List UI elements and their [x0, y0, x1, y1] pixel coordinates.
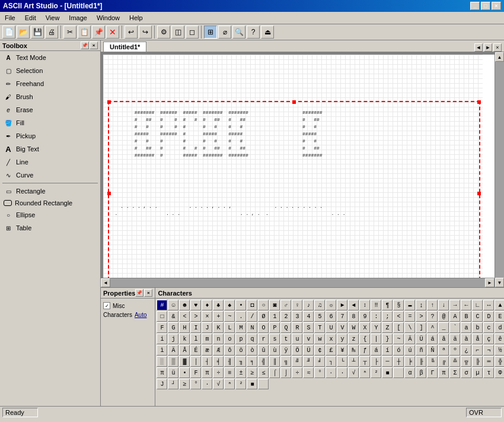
char-cell[interactable]: L: [224, 322, 235, 333]
char-cell[interactable]: ·: [202, 379, 212, 389]
tool1-button[interactable]: ◫: [171, 26, 184, 39]
char-cell[interactable]: @: [438, 311, 449, 322]
char-cell[interactable]: 8: [348, 311, 359, 322]
char-cell[interactable]: Γ: [427, 367, 438, 378]
char-cell[interactable]: £: [326, 345, 336, 356]
char-cell[interactable]: •: [235, 300, 246, 310]
char-cell[interactable]: ^: [427, 322, 438, 333]
delete-button[interactable]: ✕: [106, 26, 119, 39]
print-button[interactable]: 🖨: [45, 26, 58, 39]
char-cell[interactable]: ;: [382, 311, 393, 322]
char-cell[interactable]: ]: [416, 322, 426, 333]
char-cell[interactable]: ü: [168, 367, 178, 378]
char-cell[interactable]: ≤: [258, 367, 269, 378]
char-cell[interactable]: ê: [495, 334, 504, 344]
char-cell[interactable]: °: [314, 367, 325, 378]
toolbox-close-btn[interactable]: ×: [90, 42, 98, 49]
char-cell[interactable]: à: [461, 334, 471, 344]
char-cell[interactable]: P: [269, 322, 280, 333]
paste-button[interactable]: 📌: [92, 26, 105, 39]
char-cell[interactable]: ÷: [292, 367, 302, 378]
misc-checkbox[interactable]: ✓: [103, 302, 110, 309]
char-cell[interactable]: ▲: [495, 300, 504, 310]
char-cell[interactable]: <: [393, 311, 404, 322]
char-cell[interactable]: ├: [371, 356, 381, 367]
char-cell[interactable]: ä: [449, 334, 460, 344]
char-cell[interactable]: Ü: [416, 334, 426, 344]
char-cell[interactable]: ╜: [303, 356, 314, 367]
char-cell[interactable]: Φ: [495, 367, 504, 378]
auto-link[interactable]: Auto: [135, 312, 147, 318]
char-cell[interactable]: ╗: [280, 356, 291, 367]
char-cell[interactable]: q: [247, 334, 257, 344]
tool-freehand[interactable]: ✏ Freehand: [0, 77, 100, 90]
char-cell[interactable]: Ü: [303, 345, 314, 356]
char-cell[interactable]: ╔: [438, 356, 449, 367]
char-cell[interactable]: ┐: [326, 356, 336, 367]
char-cell[interactable]: ¶: [382, 300, 393, 310]
char-cell[interactable]: ö: [235, 345, 246, 356]
tab-nav-left[interactable]: ◄: [474, 43, 483, 52]
props-pin-btn[interactable]: 📌: [135, 289, 143, 297]
char-cell[interactable]: ²: [371, 367, 381, 378]
char-cell[interactable]: û: [258, 345, 269, 356]
char-cell[interactable]: :: [371, 311, 381, 322]
char-cell[interactable]: ╟: [416, 356, 426, 367]
char-cell[interactable]: 1: [269, 311, 280, 322]
char-cell[interactable]: √: [213, 379, 224, 389]
char-cell[interactable]: 6: [326, 311, 336, 322]
char-cell[interactable]: D: [483, 311, 494, 322]
char-cell[interactable]: ↕: [359, 300, 370, 310]
char-cell[interactable]: r: [258, 334, 269, 344]
tool-pickup[interactable]: ✒ Pickup: [0, 129, 100, 142]
char-cell[interactable]: n: [213, 334, 224, 344]
char-cell[interactable]: <: [179, 311, 190, 322]
char-cell[interactable]: #: [157, 300, 167, 310]
char-cell[interactable]: H: [179, 322, 190, 333]
char-cell[interactable]: Y: [371, 322, 381, 333]
char-cell[interactable]: ←: [461, 300, 471, 310]
char-cell[interactable]: +: [213, 311, 224, 322]
char-cell[interactable]: ÿ: [280, 345, 291, 356]
char-cell[interactable]: M: [235, 322, 246, 333]
char-cell[interactable]: ┤: [202, 356, 212, 367]
char-cell[interactable]: ■: [247, 379, 257, 389]
char-cell[interactable]: °: [190, 379, 201, 389]
char-cell[interactable]: ≥: [247, 367, 257, 378]
char-cell[interactable]: ×: [202, 311, 212, 322]
tool-selection[interactable]: ▢ Selection: [0, 64, 100, 77]
char-cell[interactable]: ╬: [495, 356, 504, 367]
props-close-btn[interactable]: ×: [144, 289, 152, 297]
char-cell[interactable]: [258, 379, 269, 389]
save-button[interactable]: 💾: [31, 26, 44, 39]
char-cell[interactable]: ª: [438, 345, 449, 356]
close-button[interactable]: ×: [492, 2, 501, 10]
char-cell[interactable]: í: [382, 345, 393, 356]
tool-line[interactable]: ╱ Line: [0, 156, 100, 169]
char-cell[interactable]: τ: [483, 367, 494, 378]
char-cell[interactable]: E: [495, 311, 504, 322]
char-cell[interactable]: d: [495, 322, 504, 333]
scroll-left-btn[interactable]: ◄: [101, 278, 110, 287]
char-cell[interactable]: p: [235, 334, 246, 344]
char-cell[interactable]: ↑: [427, 300, 438, 310]
tool-rectangle[interactable]: ▭ Rectangle: [0, 185, 100, 198]
char-cell[interactable]: i: [157, 334, 167, 344]
tool-table[interactable]: ⊞ Table: [0, 221, 100, 234]
char-cell[interactable]: ☻: [179, 300, 190, 310]
char-cell[interactable]: ╝: [292, 356, 302, 367]
char-cell[interactable]: ½: [495, 345, 504, 356]
menu-file[interactable]: File: [0, 13, 20, 23]
char-cell[interactable]: ╖: [235, 356, 246, 367]
canvas-scroll[interactable]: ####### ###### ##### ####### ####### ###…: [101, 52, 504, 287]
menu-help[interactable]: Help: [125, 13, 148, 23]
zoom-button[interactable]: 🔍: [232, 26, 245, 39]
char-cell[interactable]: ♂: [280, 300, 291, 310]
char-cell[interactable]: ì: [157, 345, 167, 356]
open-button[interactable]: 📂: [17, 26, 30, 39]
char-cell[interactable]: c: [483, 322, 494, 333]
char-cell[interactable]: 9: [359, 311, 370, 322]
char-cell[interactable]: ↔: [483, 300, 494, 310]
char-cell[interactable]: _: [438, 322, 449, 333]
tool2-button[interactable]: ◻: [186, 26, 199, 39]
